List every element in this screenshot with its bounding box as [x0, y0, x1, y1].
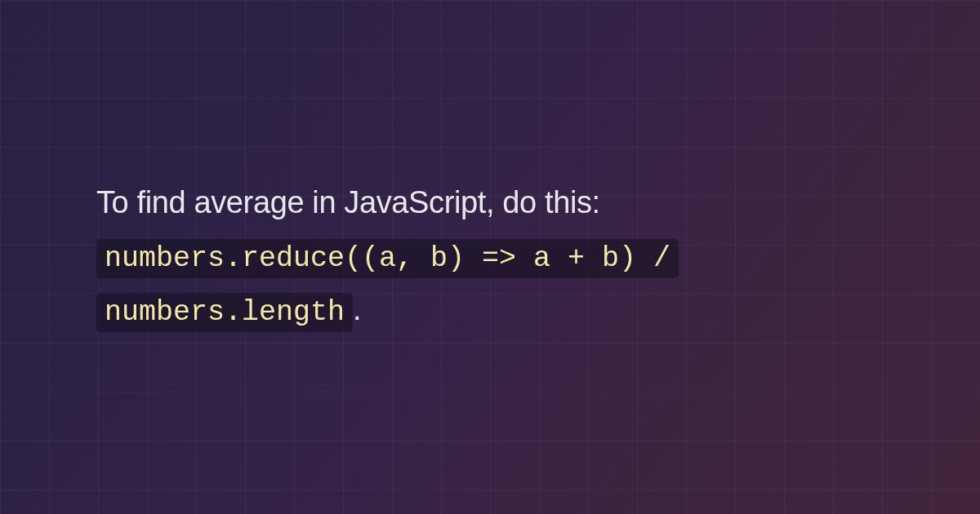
description-text: To find average in JavaScript, do this: … — [96, 176, 679, 338]
intro-text: To find average in JavaScript, do this: — [96, 185, 600, 219]
trailing-period: . — [353, 292, 361, 326]
code-snippet-line-2: numbers.length — [96, 293, 353, 332]
snippet-card: To find average in JavaScript, do this: … — [0, 0, 980, 514]
content-block: To find average in JavaScript, do this: … — [96, 176, 679, 338]
code-snippet-line-1: numbers.reduce((a, b) => a + b) / — [96, 239, 679, 278]
